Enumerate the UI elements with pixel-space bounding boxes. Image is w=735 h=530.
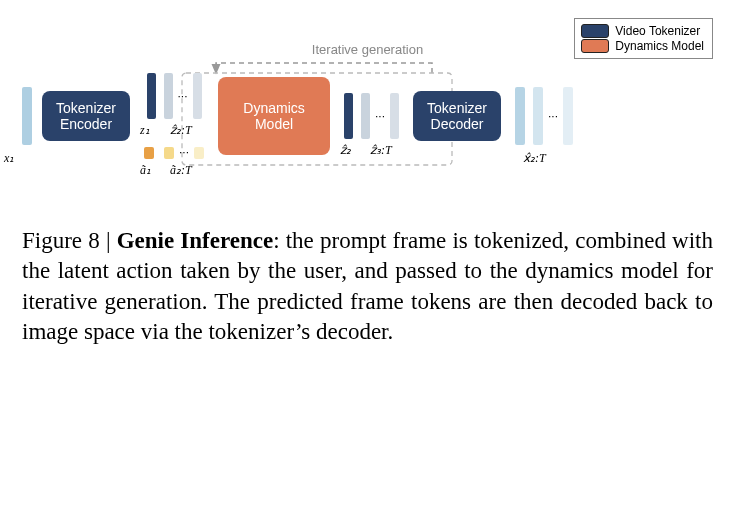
dynamics-model-block: Dynamics Model — [218, 77, 330, 155]
zhat-bar — [390, 93, 399, 139]
dots-icon: ··· — [546, 109, 560, 123]
figure-caption: Figure 8 | Genie Inference: the prompt f… — [22, 226, 713, 347]
dots-icon: ··· — [373, 109, 387, 123]
label-zhat3T: ẑ₃:T — [370, 143, 392, 158]
iterative-generation-label: Iterative generation — [22, 42, 713, 57]
action-bar — [194, 147, 204, 159]
label-zhat2T: ẑ₂:T — [170, 123, 192, 138]
label-a2T: ã₂:T — [170, 163, 192, 178]
zhat-bar — [164, 73, 173, 119]
caption-figure-number: Figure 8 — [22, 228, 100, 253]
figure-diagram: Video Tokenizer Dynamics Model Iterative… — [22, 18, 713, 218]
tokenizer-decoder-block: Tokenizer Decoder — [413, 91, 501, 141]
label-xhat2T: x̂₂:T — [523, 151, 546, 166]
legend-swatch-video-tokenizer — [581, 24, 609, 38]
action-bar — [144, 147, 154, 159]
label-zhat2: ẑ₂ — [340, 143, 351, 158]
label-z1: z₁ — [140, 123, 150, 138]
output-frame-bar — [563, 87, 573, 145]
zhat-bar — [193, 73, 202, 119]
dots-icon: ··· — [177, 145, 191, 159]
z1-bar — [147, 73, 156, 119]
label-x1: x₁ — [4, 151, 14, 166]
output-frame-bar — [515, 87, 525, 145]
legend-label-video-tokenizer: Video Tokenizer — [615, 24, 700, 38]
caption-title: Genie Inference — [117, 228, 273, 253]
action-bar — [164, 147, 174, 159]
output-frame-bar — [533, 87, 543, 145]
input-frame-bar — [22, 87, 32, 145]
zhat-bar — [361, 93, 370, 139]
dots-icon: ··· — [176, 89, 190, 103]
label-a1: ã₁ — [140, 163, 151, 178]
tokenizer-encoder-block: Tokenizer Encoder — [42, 91, 130, 141]
zhat2-bar — [344, 93, 353, 139]
